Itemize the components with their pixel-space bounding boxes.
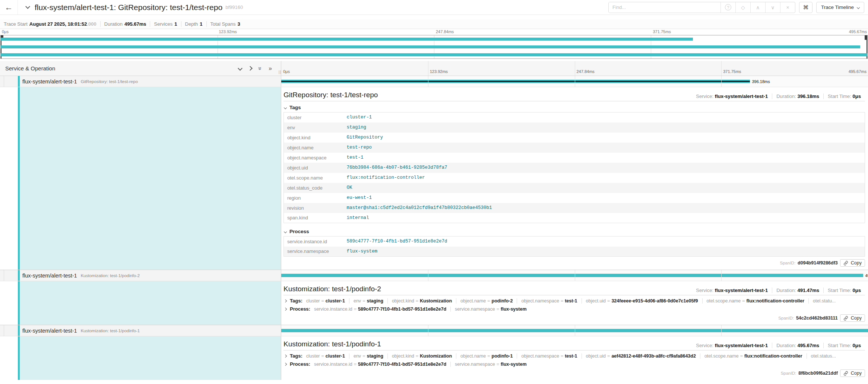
- summary-item: Depth1: [181, 21, 206, 27]
- service-meta-label: Service:: [696, 288, 713, 293]
- keyboard-shortcuts-button[interactable]: ⌘: [799, 2, 812, 13]
- clear-search-button[interactable]: ×: [780, 2, 795, 13]
- chevron-right-icon: [284, 362, 287, 365]
- process-collapsed-line[interactable]: Process: service.instance.id=589c4777-7f…: [284, 361, 865, 367]
- expanded-span-gutter[interactable]: [0, 87, 281, 270]
- span-name-cell[interactable]: flux-system/alert-test-1 Kustomization: …: [0, 325, 281, 336]
- summary-item: Trace StartAugust 27 2025, 18:01:52.000: [4, 21, 100, 27]
- back-button[interactable]: ←: [0, 0, 18, 15]
- gridline: [721, 76, 722, 87]
- tags-collapsed-line[interactable]: Tags: cluster=cluster-1env=stagingobject…: [284, 353, 865, 359]
- span-name-cell[interactable]: flux-system/alert-test-1 Kustomization: …: [0, 270, 281, 281]
- prev-result-button[interactable]: ∧: [750, 2, 765, 13]
- spanid-value: 8f6bcb09f6a21ddf: [798, 371, 838, 376]
- tick-label: 123.92ms: [217, 29, 237, 34]
- service-meta-label: Service:: [696, 343, 713, 348]
- match-highlight-button[interactable]: ◇: [735, 2, 750, 13]
- tags-summary-items: cluster=cluster-1env=stagingobject.kind=…: [306, 353, 840, 359]
- tick-label: 495.67ms: [849, 69, 867, 74]
- minimap-span-bar: [1, 53, 867, 56]
- minimap-span-row: [1, 38, 867, 41]
- copy-button-label: Copy: [851, 371, 862, 376]
- summary-tag-item: object.name=podinfo-1: [456, 353, 517, 359]
- kv-key: object.uid: [284, 163, 343, 173]
- span-duration-label: 396.18ms: [752, 79, 770, 84]
- gridline: [575, 325, 575, 336]
- kv-row: object.uid76bb3984-686a-4b07-b461-9285e3…: [284, 163, 865, 173]
- next-result-button[interactable]: ∨: [765, 2, 780, 13]
- timeline-header: Service & Operation » » || 0μs123.92ms24…: [0, 61, 868, 76]
- summary-tag-item: service.instance.id=589c4777-7f10-4fb1-b…: [314, 307, 450, 312]
- kv-row: otel.status_codeOK: [284, 183, 865, 193]
- minimap-span-row: [1, 45, 867, 48]
- copy-spanid-button[interactable]: Copy: [840, 369, 865, 377]
- span-row[interactable]: flux-system/alert-test-1 Kustomization: …: [0, 270, 868, 281]
- kv-value: flux:notification-controller: [343, 173, 865, 183]
- span-detail-title: GitRepository: test-1/test-repo: [283, 91, 378, 99]
- summary-tag-item: otel.statu...: [808, 298, 840, 304]
- span-row[interactable]: flux-system/alert-test-1 GitRepository: …: [0, 76, 868, 87]
- span-detail-meta: Service: flux-system/alert-test-1 Durati…: [692, 343, 865, 348]
- process-section-toggle[interactable]: Process: [284, 229, 865, 234]
- tick-label: 247.84ms: [575, 69, 595, 74]
- find-input[interactable]: [609, 2, 720, 13]
- copy-spanid-button[interactable]: Copy: [840, 314, 865, 322]
- kv-value: test-1: [343, 153, 865, 163]
- gridline: [721, 325, 722, 336]
- close-icon: ×: [786, 4, 789, 10]
- tags-collapsed-line[interactable]: Tags: cluster=cluster-1env=stagingobject…: [284, 298, 865, 304]
- trace-id-badge: bf99160: [225, 4, 243, 10]
- column-resizer-handle[interactable]: ||: [279, 70, 281, 74]
- minimap-span-row: [1, 53, 867, 56]
- duration-meta-label: Duration:: [776, 343, 796, 348]
- collapse-one-button[interactable]: [238, 67, 242, 70]
- summary-tag-item: object.namespace=test-1: [517, 353, 581, 359]
- copy-button-label: Copy: [851, 315, 862, 321]
- tick-label: 0μs: [281, 69, 290, 74]
- span-bar-cell[interactable]: 495.67ms: [281, 325, 868, 336]
- span-duration-bar[interactable]: [281, 80, 750, 83]
- collapse-trace-chevron-down-icon[interactable]: [25, 4, 30, 9]
- expanded-span-gutter[interactable]: [0, 336, 281, 380]
- process-collapsed-line[interactable]: Process: service.instance.id=589c4777-7f…: [284, 306, 865, 312]
- spanid-value: 54c2cd462bd83111: [796, 315, 838, 321]
- chevron-right-icon: [284, 354, 287, 357]
- expanded-span-gutter[interactable]: [0, 281, 281, 325]
- span-bar-cell[interactable]: 491.47ms: [281, 270, 868, 281]
- service-meta-label: Service:: [696, 93, 713, 99]
- span-row[interactable]: flux-system/alert-test-1 Kustomization: …: [0, 325, 868, 336]
- tags-collapsed-label: Tags:: [290, 353, 302, 359]
- trace-summary-bar: Trace StartAugust 27 2025, 18:01:52.000D…: [0, 19, 868, 29]
- summary-tag-item: env=staging: [349, 353, 387, 359]
- collapse-all-button[interactable]: »: [259, 66, 262, 72]
- span-bar-cell[interactable]: 396.18ms: [281, 76, 868, 87]
- spanid-label: SpanID:: [781, 371, 796, 375]
- start-time-meta-value: 0μs: [853, 288, 861, 293]
- view-selector-button[interactable]: Trace Timeline: [816, 2, 864, 13]
- span-name-cell[interactable]: flux-system/alert-test-1 GitRepository: …: [0, 76, 281, 87]
- page-title: flux-system/alert-test-1: GitRepository:…: [35, 3, 222, 12]
- service-name: flux-system/alert-test-1: [22, 79, 77, 85]
- expand-one-button[interactable]: [248, 67, 252, 70]
- expand-all-button[interactable]: »: [269, 66, 272, 72]
- tick-label: 371.75ms: [721, 69, 741, 74]
- tags-section-toggle[interactable]: Tags: [284, 105, 865, 110]
- find-help-button[interactable]: ?: [720, 2, 735, 13]
- minimap-canvas[interactable]: [0, 35, 868, 59]
- copy-spanid-button[interactable]: Copy: [840, 259, 865, 267]
- duration-meta-value: 396.18ms: [798, 93, 820, 99]
- tick-label: 0μs: [0, 29, 9, 34]
- diamond-icon: ◇: [741, 4, 745, 10]
- link-icon: [843, 261, 848, 266]
- view-selector-label: Trace Timeline: [821, 4, 854, 10]
- chevron-up-icon: ∧: [756, 4, 760, 10]
- summary-tag-item: cluster=cluster-1: [306, 353, 349, 359]
- span-detail-row: GitRepository: test-1/test-repo Service:…: [0, 87, 868, 270]
- summary-item: Services1: [150, 21, 181, 27]
- kv-key: span.kind: [284, 213, 343, 223]
- chevron-right-icon: [284, 299, 287, 302]
- kv-value: GitRepository: [343, 133, 865, 143]
- kv-key: region: [284, 193, 343, 203]
- kv-key: service.instance.id: [284, 237, 343, 247]
- span-duration-bar[interactable]: [281, 274, 863, 277]
